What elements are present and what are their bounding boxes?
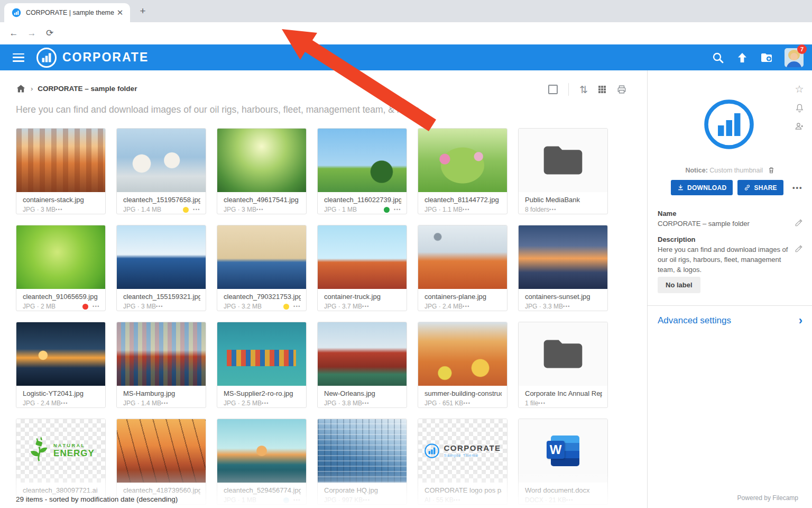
- file-name[interactable]: cleantech_81144772.jpg: [425, 196, 502, 204]
- file-thumbnail[interactable]: [217, 419, 306, 483]
- file-thumbnail[interactable]: [519, 225, 607, 289]
- subscribe-users-icon[interactable]: [794, 121, 805, 131]
- file-name[interactable]: summer-building-construction.jpg: [425, 389, 502, 397]
- brand-logo-icon[interactable]: [36, 47, 57, 68]
- file-card[interactable]: cleantech_49617541.jpg JPG · 3 MB •••: [217, 128, 307, 214]
- file-menu-button[interactable]: •••: [256, 207, 264, 212]
- brand-name[interactable]: CORPORATE: [62, 50, 149, 65]
- file-name[interactable]: MS-Hamburg.jpg: [123, 389, 200, 397]
- file-thumbnail[interactable]: [217, 225, 306, 289]
- file-thumbnail[interactable]: [117, 225, 206, 289]
- file-card[interactable]: W Word document.docx DOCX · 21 KB •••: [518, 419, 608, 505]
- file-thumbnail[interactable]: [16, 129, 105, 192]
- delete-thumbnail-icon[interactable]: [768, 166, 775, 174]
- reload-icon[interactable]: ⟳: [43, 27, 56, 40]
- file-name[interactable]: cleantech_529456774.jpg: [224, 486, 301, 494]
- share-button[interactable]: SHARE: [737, 180, 783, 195]
- download-button[interactable]: DOWNLOAD: [671, 180, 733, 195]
- sort-icon[interactable]: ⇅: [579, 84, 588, 96]
- file-name[interactable]: containers-sunset.jpg: [525, 293, 602, 301]
- file-card[interactable]: New-Orleans.jpg JPG · 3.8 MB •••: [317, 322, 407, 408]
- file-name[interactable]: cleantech_155159321.jpg: [123, 293, 200, 301]
- file-menu-button[interactable]: •••: [362, 304, 370, 309]
- file-name[interactable]: MS-Supplier2-ro-ro.jpg: [224, 389, 301, 397]
- file-menu-button[interactable]: •••: [538, 401, 546, 406]
- file-card[interactable]: cleantech_91065659.jpg JPG · 2 MB •••: [16, 225, 106, 311]
- file-menu-button[interactable]: •••: [61, 401, 68, 406]
- file-card[interactable]: containers-plane.jpg JPG · 2.4 MB •••: [418, 225, 508, 311]
- file-menu-button[interactable]: •••: [463, 207, 470, 212]
- file-card[interactable]: Logistic-YT2041.jpg JPG · 2.4 MB •••: [16, 322, 106, 408]
- file-menu-button[interactable]: •••: [549, 207, 557, 212]
- file-card[interactable]: Public MediaBank 8 folders •••: [518, 128, 608, 214]
- file-thumbnail[interactable]: NATURALENERGY: [16, 419, 105, 483]
- file-card[interactable]: cleantech_151957658.jpg JPG · 1.4 MB •••: [116, 128, 206, 214]
- file-card[interactable]: cleantech_155159321.jpg JPG · 3 MB •••: [116, 225, 206, 311]
- grid-view-icon[interactable]: [598, 86, 606, 93]
- file-name[interactable]: container-truck.jpg: [324, 293, 401, 301]
- file-name[interactable]: cleantech_91065659.jpg: [23, 293, 100, 301]
- file-menu-button[interactable]: •••: [454, 497, 461, 503]
- file-thumbnail[interactable]: [16, 322, 105, 386]
- file-thumbnail[interactable]: W: [519, 419, 607, 483]
- file-menu-button[interactable]: •••: [93, 304, 100, 309]
- file-thumbnail[interactable]: CORPORATESample Theme: [418, 419, 507, 483]
- file-card[interactable]: Corporate HQ.jpg JPG · 997 KB •••: [317, 419, 407, 505]
- file-thumbnail[interactable]: [318, 419, 407, 483]
- file-thumbnail[interactable]: [117, 419, 206, 483]
- file-menu-button[interactable]: •••: [463, 304, 470, 309]
- file-card[interactable]: cleantech_418739560.jpg JPG · 1.8 MB •••: [116, 419, 206, 505]
- file-thumbnail[interactable]: [16, 225, 105, 289]
- powered-by-link[interactable]: Powered by Filecamp: [737, 494, 798, 502]
- file-thumbnail[interactable]: [418, 225, 507, 289]
- back-icon[interactable]: ←: [7, 27, 20, 40]
- file-thumbnail[interactable]: [318, 225, 407, 289]
- file-card[interactable]: cleantech_81144772.jpg JPG · 1.1 MB •••: [418, 128, 508, 214]
- edit-name-icon[interactable]: [795, 219, 802, 227]
- file-thumbnail[interactable]: [418, 322, 507, 386]
- file-card[interactable]: Corporate Inc Annual Report 1 file •••: [518, 322, 608, 408]
- no-label-chip[interactable]: No label: [658, 277, 700, 293]
- edit-description-icon[interactable]: [795, 245, 802, 253]
- file-menu-button[interactable]: •••: [293, 304, 301, 309]
- home-icon[interactable]: [16, 84, 26, 93]
- file-menu-button[interactable]: •••: [463, 401, 470, 406]
- file-thumbnail[interactable]: [318, 129, 407, 192]
- breadcrumb-folder[interactable]: CORPORATE – sample folder: [38, 85, 137, 93]
- favorite-star-icon[interactable]: ☆: [795, 83, 804, 95]
- file-card[interactable]: CORPORATESample Theme CORPORATE logo pos…: [418, 419, 508, 505]
- file-card[interactable]: MS-Hamburg.jpg JPG · 1.4 MB •••: [116, 322, 206, 408]
- file-thumbnail[interactable]: [519, 129, 607, 192]
- advanced-settings-link[interactable]: Advanced settings ›: [658, 315, 802, 326]
- file-card[interactable]: containers-sunset.jpg JPG · 3.3 MB •••: [518, 225, 608, 311]
- file-card[interactable]: summer-building-construction.jpg JPG · 6…: [418, 322, 508, 408]
- file-card[interactable]: MS-Supplier2-ro-ro.jpg JPG · 2.5 MB •••: [217, 322, 307, 408]
- file-menu-button[interactable]: •••: [56, 207, 63, 212]
- file-card[interactable]: NATURALENERGY cleantech_380097721.ai •••: [16, 419, 106, 505]
- print-icon[interactable]: [616, 85, 627, 94]
- file-name[interactable]: Public MediaBank: [525, 196, 602, 204]
- file-name[interactable]: Corporate HQ.jpg: [324, 486, 401, 494]
- file-name[interactable]: containers-plane.jpg: [425, 293, 502, 301]
- file-thumbnail[interactable]: [217, 322, 306, 386]
- file-menu-button[interactable]: •••: [161, 401, 169, 406]
- file-name[interactable]: Logistic-YT2041.jpg: [23, 389, 100, 397]
- file-thumbnail[interactable]: [318, 322, 407, 386]
- file-name[interactable]: New-Orleans.jpg: [324, 389, 401, 397]
- file-name[interactable]: Corporate Inc Annual Report: [525, 389, 602, 397]
- browser-tab[interactable]: CORPORATE | sample theme ✕: [4, 3, 130, 22]
- file-menu-button[interactable]: •••: [394, 207, 401, 212]
- select-all-checkbox[interactable]: [548, 85, 558, 94]
- file-name[interactable]: containers-stack.jpg: [23, 196, 100, 204]
- file-menu-button[interactable]: •••: [293, 497, 301, 503]
- file-thumbnail[interactable]: [117, 322, 206, 386]
- file-name[interactable]: cleantech_151957658.jpg: [123, 196, 200, 204]
- file-menu-button[interactable]: •••: [156, 304, 163, 309]
- upload-icon[interactable]: [736, 51, 749, 64]
- file-name[interactable]: CORPORATE logo pos payoff.ai: [425, 486, 502, 494]
- notifications-bell-icon[interactable]: [795, 103, 805, 113]
- file-thumbnail[interactable]: [217, 129, 306, 192]
- file-menu-button[interactable]: •••: [363, 497, 370, 503]
- add-folder-icon[interactable]: [760, 51, 773, 64]
- hamburger-menu-icon[interactable]: [13, 53, 24, 62]
